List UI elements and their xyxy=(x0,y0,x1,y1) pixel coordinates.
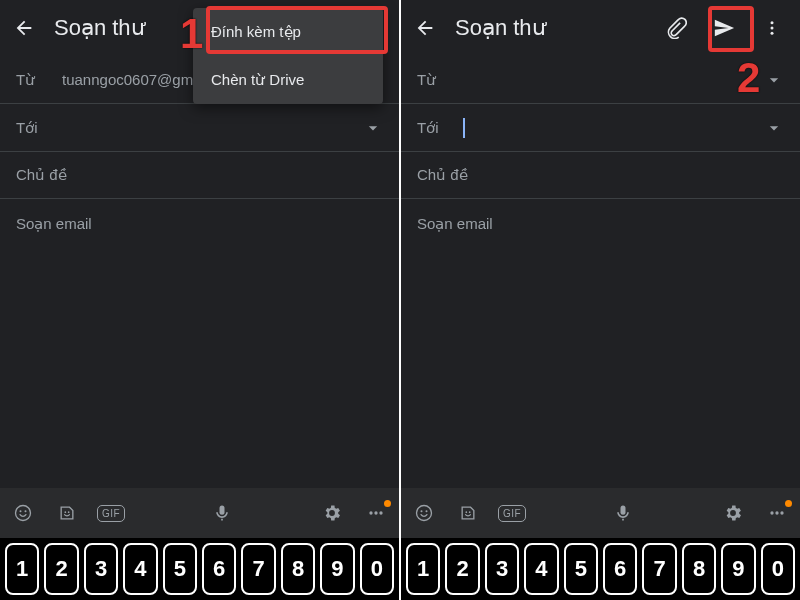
svg-point-4 xyxy=(68,511,70,513)
arrow-left-icon xyxy=(13,17,35,39)
svg-point-9 xyxy=(771,27,774,30)
send-icon xyxy=(713,17,735,39)
key-4[interactable]: 4 xyxy=(524,543,558,595)
attach-menu: Đính kèm tệp Chèn từ Drive xyxy=(193,8,383,104)
key-0[interactable]: 0 xyxy=(761,543,795,595)
sticker-icon xyxy=(57,503,77,523)
key-7[interactable]: 7 xyxy=(241,543,275,595)
from-label: Từ xyxy=(417,71,463,89)
key-7[interactable]: 7 xyxy=(642,543,676,595)
settings-button[interactable] xyxy=(315,496,349,530)
mic-button[interactable] xyxy=(606,496,640,530)
to-value[interactable] xyxy=(463,117,764,137)
dots-vertical-icon xyxy=(763,19,781,37)
arrow-left-icon xyxy=(414,17,436,39)
key-2[interactable]: 2 xyxy=(44,543,78,595)
gear-icon xyxy=(723,503,743,523)
menu-insert-drive[interactable]: Chèn từ Drive xyxy=(193,56,383,104)
notification-dot-icon xyxy=(384,500,391,507)
subject-input[interactable]: Chủ đề xyxy=(401,152,800,199)
key-1[interactable]: 1 xyxy=(5,543,39,595)
keyboard-more-button[interactable] xyxy=(760,496,794,530)
svg-point-10 xyxy=(771,32,774,35)
svg-point-5 xyxy=(369,511,372,514)
svg-point-17 xyxy=(775,511,778,514)
chevron-down-icon[interactable] xyxy=(764,118,784,138)
to-row[interactable]: Tới xyxy=(0,104,399,152)
svg-point-2 xyxy=(25,510,27,512)
side-by-side-container: Soạn thư Từ tuanngoc0607@gmail.cc Tới Ch… xyxy=(0,0,800,600)
key-9[interactable]: 9 xyxy=(320,543,354,595)
dots-horizontal-icon xyxy=(366,503,386,523)
notification-dot-icon xyxy=(785,500,792,507)
to-label: Tới xyxy=(16,119,62,137)
svg-point-11 xyxy=(417,506,432,521)
to-label: Tới xyxy=(417,119,463,137)
svg-point-15 xyxy=(469,511,471,513)
app-bar: Soạn thư xyxy=(401,0,800,56)
key-8[interactable]: 8 xyxy=(281,543,315,595)
gif-icon: GIF xyxy=(498,505,526,522)
key-9[interactable]: 9 xyxy=(721,543,755,595)
key-2[interactable]: 2 xyxy=(445,543,479,595)
key-5[interactable]: 5 xyxy=(163,543,197,595)
from-row[interactable]: Từ xyxy=(401,56,800,104)
key-4[interactable]: 4 xyxy=(123,543,157,595)
keyboard-more-button[interactable] xyxy=(359,496,393,530)
emoji-button[interactable] xyxy=(6,496,40,530)
key-6[interactable]: 6 xyxy=(603,543,637,595)
dots-horizontal-icon xyxy=(767,503,787,523)
svg-point-14 xyxy=(466,511,468,513)
email-body-input[interactable]: Soạn email xyxy=(401,199,800,488)
overflow-button[interactable] xyxy=(750,6,794,50)
back-button[interactable] xyxy=(2,6,46,50)
key-3[interactable]: 3 xyxy=(485,543,519,595)
sticker-button[interactable] xyxy=(50,496,84,530)
from-label: Từ xyxy=(16,71,62,89)
key-3[interactable]: 3 xyxy=(84,543,118,595)
attach-button[interactable] xyxy=(654,6,698,50)
svg-point-6 xyxy=(374,511,377,514)
emoji-icon xyxy=(414,503,434,523)
phone-right: Soạn thư Từ Tới Chủ đề Soạn email xyxy=(401,0,800,600)
mic-button[interactable] xyxy=(205,496,239,530)
mic-icon xyxy=(613,503,633,523)
emoji-button[interactable] xyxy=(407,496,441,530)
svg-point-13 xyxy=(426,510,428,512)
svg-point-8 xyxy=(771,21,774,24)
svg-point-0 xyxy=(16,506,31,521)
svg-point-16 xyxy=(770,511,773,514)
svg-point-3 xyxy=(65,511,67,513)
page-title: Soạn thư xyxy=(455,15,650,41)
key-0[interactable]: 0 xyxy=(360,543,394,595)
chevron-down-icon[interactable] xyxy=(764,70,784,90)
key-5[interactable]: 5 xyxy=(564,543,598,595)
svg-point-12 xyxy=(421,510,423,512)
sticker-icon xyxy=(458,503,478,523)
gif-icon: GIF xyxy=(97,505,125,522)
svg-point-18 xyxy=(780,511,783,514)
keyboard-toolbar: GIF xyxy=(0,488,399,538)
email-body-input[interactable]: Soạn email xyxy=(0,199,399,488)
keyboard-toolbar: GIF xyxy=(401,488,800,538)
svg-point-7 xyxy=(379,511,382,514)
text-cursor-icon xyxy=(463,118,465,138)
subject-input[interactable]: Chủ đề xyxy=(0,152,399,199)
keyboard-number-row-left: 1234567890 xyxy=(0,538,399,600)
send-button[interactable] xyxy=(702,6,746,50)
to-row[interactable]: Tới xyxy=(401,104,800,152)
settings-button[interactable] xyxy=(716,496,750,530)
menu-attach-file[interactable]: Đính kèm tệp xyxy=(193,8,383,56)
phone-left: Soạn thư Từ tuanngoc0607@gmail.cc Tới Ch… xyxy=(0,0,399,600)
back-button[interactable] xyxy=(403,6,447,50)
paperclip-icon xyxy=(665,17,687,39)
sticker-button[interactable] xyxy=(451,496,485,530)
key-8[interactable]: 8 xyxy=(682,543,716,595)
svg-point-1 xyxy=(20,510,22,512)
gif-button[interactable]: GIF xyxy=(94,496,128,530)
gif-button[interactable]: GIF xyxy=(495,496,529,530)
key-6[interactable]: 6 xyxy=(202,543,236,595)
key-1[interactable]: 1 xyxy=(406,543,440,595)
chevron-down-icon[interactable] xyxy=(363,118,383,138)
keyboard-number-row-right: 1234567890 xyxy=(401,538,800,600)
